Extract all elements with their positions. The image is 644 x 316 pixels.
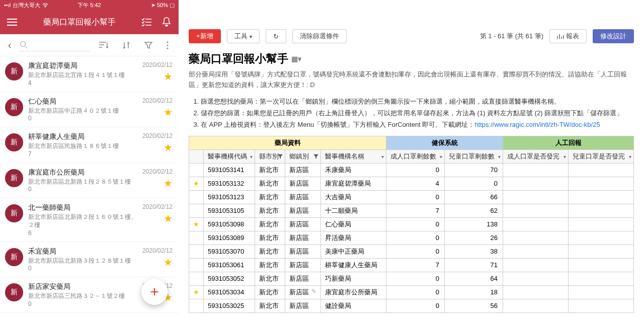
- row-star[interactable]: [189, 163, 204, 177]
- row-star[interactable]: [189, 272, 204, 285]
- refresh-button[interactable]: ↻: [266, 29, 286, 43]
- chevron-down-icon[interactable]: ▾: [498, 153, 501, 159]
- cell-adult: 7: [386, 258, 445, 272]
- item-date: 2020/02/12: [142, 168, 173, 175]
- table-row[interactable]: ★ 5931053098 新北市 新店區 仁心藥局 0 138: [189, 217, 634, 231]
- table-row[interactable]: 5931053052 新北市 新店區 巧新藥局 0 64: [189, 272, 634, 285]
- row-star[interactable]: ★: [189, 217, 204, 231]
- row-star[interactable]: ★: [189, 177, 204, 190]
- add-button[interactable]: +新增: [189, 29, 221, 43]
- column-header[interactable]: 兒童口罩是否發完▾: [568, 149, 633, 163]
- cell-code: 5931053034: [204, 285, 255, 299]
- cell-name: 巧新藥局: [321, 272, 386, 285]
- list-item[interactable]: 新 北一藥師藥局 新北市新店區北新路２段１６０號１樓、２樓 6 2020/02/…: [0, 198, 179, 242]
- filter-icon[interactable]: [139, 42, 157, 49]
- table-row[interactable]: 5931053025 新北市 新店區 健詮藥局 0 56: [189, 299, 634, 312]
- cell-child: 38: [445, 245, 503, 258]
- report-button[interactable]: 報表: [549, 29, 587, 43]
- search-input[interactable]: [19, 39, 90, 51]
- table-row[interactable]: 5931053089 新北市 新店區 昇活藥局 0 26: [189, 231, 634, 245]
- column-header[interactable]: 醫事機構名稱▾: [321, 149, 386, 163]
- chevron-down-icon[interactable]: ▾: [440, 153, 442, 159]
- table-row[interactable]: 5931053061 新北市 新店區 耕莘健康人生藥局 7 71: [189, 258, 634, 272]
- menu-icon[interactable]: [6, 16, 18, 28]
- cell-adult: 4: [386, 177, 445, 190]
- more-icon[interactable]: [162, 41, 174, 49]
- tools-button[interactable]: 工具▾: [227, 29, 260, 43]
- list-item[interactable]: 新 康宜庭碧潭藥局 新北市新店區北宜路１段４１號１樓 4 2020/02/12 …: [0, 56, 179, 92]
- bell-icon[interactable]: [160, 16, 173, 28]
- cell-name: 耕莘健康人生藥局: [321, 258, 386, 272]
- row-star[interactable]: [189, 245, 204, 258]
- star-icon[interactable]: ★: [164, 257, 173, 267]
- table-row[interactable]: 5931053070 新北市 新店區 美康中正藥局 0 38: [189, 245, 634, 258]
- pencil-icon[interactable]: ✎: [311, 288, 316, 295]
- cell-adult-done: [503, 245, 569, 258]
- column-header[interactable]: 醫事機構代碼▾: [204, 149, 255, 163]
- cell-child: 56: [445, 299, 503, 312]
- table-row[interactable]: ★ 5931053034 新北市 新店區✎ 康宜庭市公所藥局 0 18: [189, 285, 634, 299]
- star-icon[interactable]: ★: [164, 178, 173, 188]
- checklist-icon[interactable]: [140, 16, 152, 28]
- table-row[interactable]: 5931053105 新北市 新店區 十二願藥局 7 62: [189, 204, 634, 217]
- clear-filter-button[interactable]: 清除篩選條件: [292, 29, 347, 43]
- star-icon[interactable]: ★: [164, 142, 173, 152]
- row-star[interactable]: [189, 258, 204, 272]
- row-star[interactable]: [189, 204, 204, 217]
- list-item[interactable]: 新 仁心藥局 新北市新店區中正路４０２號１樓 0 2020/02/12 ★: [0, 92, 179, 128]
- cell-adult-done: [503, 163, 569, 177]
- table-row[interactable]: 5931053141 新北市 新店區 禾康藥局 0 70: [189, 163, 634, 177]
- cell-adult-done: [503, 272, 569, 285]
- row-star[interactable]: [189, 299, 204, 312]
- avatar: 新: [5, 62, 23, 81]
- pharmacy-list[interactable]: 新 康宜庭碧潭藥局 新北市新店區北宜路１段４１號１樓 4 2020/02/12 …: [0, 56, 179, 316]
- column-header[interactable]: 兒童口罩剩餘數▾: [445, 149, 503, 163]
- svg-point-0: [20, 42, 25, 47]
- row-star[interactable]: [189, 231, 204, 245]
- chevron-down-icon[interactable]: ▾: [629, 153, 631, 159]
- app-header: 藥局口罩回報小幫手: [0, 10, 179, 34]
- battery-text: 50%: [157, 2, 168, 8]
- cell-city: 新北市: [255, 231, 285, 245]
- back-button[interactable]: ‹: [5, 39, 15, 51]
- filter-icon[interactable]: [278, 154, 283, 159]
- column-header[interactable]: 成人口罩是否發完▾: [503, 149, 569, 163]
- chevron-down-icon[interactable]: ▾: [564, 153, 566, 159]
- signal-icon: ••ıl: [4, 2, 11, 8]
- chevron-down-icon[interactable]: ▾: [250, 153, 253, 159]
- table-row[interactable]: ★ 5931053132 新北市 新店區 康宜庭碧潭藥局 4 0: [189, 177, 634, 190]
- avatar: 新: [5, 98, 23, 116]
- design-button[interactable]: 修改設計: [593, 29, 634, 43]
- sort-arrows-icon[interactable]: [117, 41, 135, 49]
- list-item[interactable]: 新 康宜庭市公所藥局 新北市新店區北新路１段２８５號１樓 0 2020/02/1…: [0, 163, 179, 199]
- column-header[interactable]: 成人口罩剩餘數▾: [386, 149, 445, 163]
- list-item[interactable]: 新 耕莘健康人生藥局 新北市新店區民族路１８６號１樓 7 2020/02/12 …: [0, 127, 179, 163]
- add-fab[interactable]: +: [141, 279, 168, 305]
- list-item[interactable]: 新 大河藥局 新北市新店區三民路１４０號１樓 2020 ★: [0, 313, 179, 316]
- cell-child-done: [568, 190, 633, 204]
- filter-icon[interactable]: [313, 154, 318, 159]
- row-star[interactable]: ★: [189, 285, 204, 299]
- star-icon[interactable]: ★: [164, 107, 173, 117]
- cell-district: 新店區✎: [285, 285, 321, 299]
- cell-city: 新北市: [255, 245, 285, 258]
- star-icon[interactable]: ★: [164, 71, 173, 82]
- grid-filter-icon[interactable]: ▦▾: [291, 55, 301, 63]
- column-header[interactable]: 縣市別: [255, 149, 285, 163]
- pharmacy-address: 新北市新店區三民路３２－１號２樓: [28, 292, 137, 300]
- column-header[interactable]: 鄉鎮別: [285, 149, 321, 163]
- cell-adult: 7: [386, 204, 445, 217]
- list-item[interactable]: 新 禾宜藥局 新北市新店區北新路３段１２８號１樓 0 2020/02/12 ★: [0, 242, 179, 278]
- svg-point-3: [167, 47, 168, 49]
- cell-city: 新北市: [255, 163, 285, 177]
- pharmacy-count: 0: [28, 265, 137, 272]
- cell-code: 5931053070: [204, 245, 255, 258]
- download-link[interactable]: https://www.ragic.com/intl/zh-TW/doc-kb/…: [474, 121, 600, 128]
- pharmacy-name: 禾宜藥局: [28, 247, 137, 256]
- star-icon[interactable]: ★: [164, 213, 173, 223]
- table-row[interactable]: 5931053123 新北市 新店區 大吉藥局 0 66: [189, 190, 634, 204]
- chevron-down-icon[interactable]: ▾: [381, 153, 384, 159]
- row-star[interactable]: [189, 190, 204, 204]
- sort-lines-icon[interactable]: [94, 42, 113, 49]
- cell-city: 新北市: [255, 204, 285, 217]
